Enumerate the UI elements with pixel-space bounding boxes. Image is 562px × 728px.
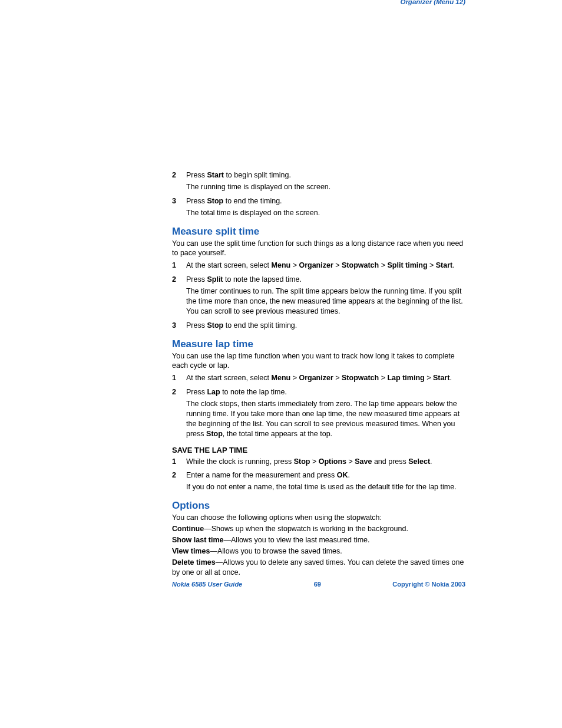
section-heading: Options: [172, 500, 465, 512]
paragraph: You can choose the following options whe…: [172, 513, 465, 523]
step-line: Press Stop to end the split timing.: [186, 321, 297, 331]
list-item: 2Press Split to note the lapsed time.The…: [172, 275, 465, 318]
list-item: 2Enter a name for the measurement and pr…: [172, 470, 465, 494]
step-number: 2: [172, 470, 186, 494]
step-line: Press Stop to end the timing.: [186, 196, 320, 206]
list-item: 2Press Start to begin split timing.The r…: [172, 170, 465, 194]
step-line: If you do not enter a name, the total ti…: [186, 482, 457, 492]
step-body: Enter a name for the measurement and pre…: [186, 470, 457, 494]
step-body: Press Stop to end the split timing.: [186, 321, 297, 332]
step-number: 2: [172, 275, 186, 318]
step-line: Press Start to begin split timing.: [186, 170, 330, 180]
footer-guide: Nokia 6585 User Guide: [172, 581, 242, 588]
section-heading: Measure split time: [172, 226, 465, 238]
paragraph: Delete times—Allows you to delete any sa…: [172, 558, 465, 578]
list-item: 1While the clock is running, press Stop …: [172, 457, 465, 469]
step-number: 3: [172, 196, 186, 220]
list-item: 1At the start screen, select Menu > Orga…: [172, 261, 465, 272]
step-line: At the start screen, select Menu > Organ…: [186, 261, 455, 271]
list-item: 3Press Stop to end the split timing.: [172, 321, 465, 332]
section-steps: 1At the start screen, select Menu > Orga…: [172, 261, 465, 332]
footer-copyright: Copyright © Nokia 2003: [392, 581, 465, 588]
section-heading: SAVE THE LAP TIME: [172, 446, 465, 454]
list-item: 1At the start screen, select Menu > Orga…: [172, 373, 465, 385]
step-line: Enter a name for the measurement and pre…: [186, 470, 457, 480]
section-heading: Measure lap time: [172, 338, 465, 350]
step-line: Press Split to note the lapsed time.: [186, 275, 465, 285]
step-body: At the start screen, select Menu > Organ…: [186, 261, 455, 272]
page-footer: Nokia 6585 User Guide 69 Copyright © Nok…: [172, 581, 465, 588]
step-number: 2: [172, 170, 186, 194]
footer-page-number: 69: [314, 581, 321, 588]
step-number: 3: [172, 321, 186, 332]
step-body: At the start screen, select Menu > Organ…: [186, 373, 452, 385]
list-item: 2Press Lap to note the lap time.The cloc…: [172, 387, 465, 440]
step-line: The clock stops, then starts immediately…: [186, 399, 465, 439]
step-line: The running time is displayed on the scr…: [186, 182, 330, 192]
intro-steps: 2Press Start to begin split timing.The r…: [172, 170, 465, 220]
step-line: Press Lap to note the lap time.: [186, 387, 465, 397]
step-number: 1: [172, 457, 186, 469]
paragraph: View times—Allows you to browse the save…: [172, 546, 465, 556]
page-content: 2Press Start to begin split timing.The r…: [172, 168, 465, 578]
step-line: At the start screen, select Menu > Organ…: [186, 373, 452, 383]
step-body: Press Lap to note the lap time.The clock…: [186, 387, 465, 440]
chapter-header: Organizer (Menu 12): [400, 0, 465, 5]
list-item: 3Press Stop to end the timing.The total …: [172, 196, 465, 220]
paragraph: Show last time—Allows you to view the la…: [172, 535, 465, 545]
step-number: 1: [172, 373, 186, 385]
step-number: 1: [172, 261, 186, 272]
step-body: Press Split to note the lapsed time.The …: [186, 275, 465, 318]
step-body: Press Stop to end the timing.The total t…: [186, 196, 320, 220]
step-line: While the clock is running, press Stop >…: [186, 457, 432, 467]
paragraph: You can use the lap time function when y…: [172, 351, 465, 371]
step-line: The timer continues to run. The split ti…: [186, 286, 465, 317]
step-number: 2: [172, 387, 186, 440]
sections: Measure split timeYou can use the split …: [172, 226, 465, 578]
section-steps: 1While the clock is running, press Stop …: [172, 457, 465, 495]
paragraph: You can use the split time function for …: [172, 239, 465, 259]
paragraph: Continue—Shows up when the stopwatch is …: [172, 524, 465, 534]
step-body: While the clock is running, press Stop >…: [186, 457, 432, 469]
section-steps: 1At the start screen, select Menu > Orga…: [172, 373, 465, 440]
step-body: Press Start to begin split timing.The ru…: [186, 170, 330, 194]
step-line: The total time is displayed on the scree…: [186, 208, 320, 218]
